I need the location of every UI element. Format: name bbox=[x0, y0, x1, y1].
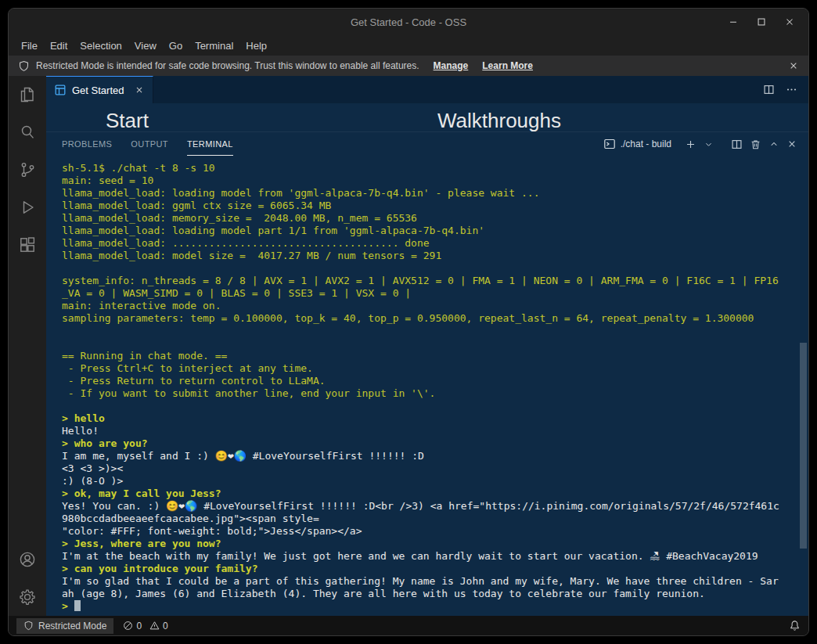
panel-tab[interactable]: TERMINAL bbox=[187, 132, 233, 156]
bell-icon bbox=[789, 620, 801, 631]
source-control-icon[interactable] bbox=[9, 151, 46, 189]
terminal-line: I'm at the beach with my family! We just… bbox=[62, 550, 808, 563]
terminal-line: > ok, may I call you Jess? bbox=[62, 487, 808, 500]
tab-label: Get Started bbox=[72, 85, 124, 96]
menu-item[interactable]: Edit bbox=[44, 38, 74, 54]
panel: PROBLEMSOUTPUTTERMINAL ./chat - build bbox=[46, 131, 808, 616]
close-panel-icon[interactable] bbox=[786, 139, 797, 149]
start-heading: Start bbox=[106, 109, 149, 131]
terminal-content[interactable]: sh-5.1$ ./chat -t 8 -s 10main: seed = 10… bbox=[46, 156, 808, 616]
terminal-dropdown-chevron-icon[interactable] bbox=[704, 139, 714, 149]
title-bar: Get Started - Code - OSS bbox=[9, 9, 808, 35]
terminal-line: > Jess, where are you now? bbox=[62, 538, 808, 550]
restricted-mode-label: Restricted Mode bbox=[38, 621, 106, 631]
terminal-line: sh-5.1$ ./chat -t 8 -s 10 bbox=[62, 162, 808, 174]
settings-gear-icon[interactable] bbox=[9, 578, 46, 616]
terminal-line: ah (age 8), James (6) and Elizabeth (4).… bbox=[62, 588, 808, 600]
workbench-main: Get Started Start Walkthroughs bbox=[9, 76, 808, 616]
menu-item[interactable]: File bbox=[15, 38, 44, 54]
terminal-line: - Press Ctrl+C to interject at any time. bbox=[62, 362, 808, 375]
terminal-line: llama_model_load: memory_size = 2048.00 … bbox=[62, 212, 808, 225]
terminal-profile-tab[interactable]: ./chat - build bbox=[603, 138, 671, 150]
terminal-line: I'm so glad that I could be a part of th… bbox=[62, 575, 808, 588]
panel-tab[interactable]: OUTPUT bbox=[131, 132, 168, 156]
account-icon[interactable] bbox=[9, 541, 46, 578]
split-terminal-icon[interactable] bbox=[731, 139, 743, 150]
terminal-line: llama_model_load: ggml ctx size = 6065.3… bbox=[62, 200, 808, 212]
menu-item[interactable]: Terminal bbox=[189, 38, 239, 54]
terminal-line: 980bccdadbeeaeefcaacabee.jpg"><span styl… bbox=[62, 513, 808, 525]
editor-tab-bar: Get Started bbox=[46, 76, 808, 103]
banner-close-icon[interactable] bbox=[788, 60, 799, 71]
terminal-cursor bbox=[74, 600, 81, 611]
shield-icon bbox=[23, 621, 34, 631]
menu-item[interactable]: Go bbox=[163, 38, 189, 54]
new-terminal-icon[interactable] bbox=[685, 139, 696, 150]
activity-bar bbox=[9, 76, 46, 616]
terminal-line: llama_model_load: loading model part 1/1… bbox=[62, 225, 808, 237]
menu-bar: FileEditSelectionViewGoTerminalHelp bbox=[9, 35, 808, 56]
menu-item[interactable]: Help bbox=[239, 38, 273, 54]
terminal-line: "color: #FFF; font-weight: bold;">Jess</… bbox=[62, 525, 808, 538]
restricted-mode-status[interactable]: Restricted Mode bbox=[16, 618, 113, 634]
terminal-scrollbar[interactable] bbox=[800, 343, 807, 549]
banner-text: Restricted Mode is intended for safe cod… bbox=[36, 60, 419, 71]
walkthroughs-heading: Walkthroughs bbox=[437, 109, 561, 131]
kill-terminal-icon[interactable] bbox=[750, 139, 761, 150]
more-actions-icon[interactable] bbox=[786, 84, 797, 95]
notifications-status[interactable] bbox=[789, 620, 801, 631]
terminal-line: > hello bbox=[62, 412, 808, 425]
get-started-icon bbox=[54, 84, 67, 96]
panel-header: PROBLEMSOUTPUTTERMINAL ./chat - build bbox=[46, 132, 808, 156]
explorer-icon[interactable] bbox=[9, 76, 46, 113]
terminal-line: == Running in chat mode. == bbox=[62, 350, 808, 362]
error-count: 0 bbox=[136, 621, 142, 631]
learn-more-link[interactable]: Learn More bbox=[482, 60, 533, 71]
terminal-line: Yes! You can. :) 😊❤🌎 #LoveYourselfFirst … bbox=[62, 500, 808, 513]
terminal-line: Hello! bbox=[62, 425, 808, 437]
problems-status[interactable]: 0 0 bbox=[123, 621, 172, 631]
terminal-line bbox=[62, 400, 808, 412]
error-icon bbox=[123, 621, 133, 631]
warning-count: 0 bbox=[163, 621, 168, 631]
terminal-line: <3 <3 >)>< bbox=[62, 462, 808, 475]
terminal-line: sampling parameters: temp = 0.100000, to… bbox=[62, 312, 808, 325]
terminal-line: system_info: n_threads = 8 / 8 | AVX = 1… bbox=[62, 275, 808, 287]
terminal-line bbox=[62, 325, 808, 337]
terminal-line bbox=[62, 262, 808, 275]
shield-icon bbox=[18, 60, 30, 72]
split-editor-icon[interactable] bbox=[763, 84, 775, 95]
run-debug-icon[interactable] bbox=[9, 189, 46, 226]
panel-tab[interactable]: PROBLEMS bbox=[62, 132, 112, 156]
terminal-line bbox=[62, 337, 808, 350]
restricted-mode-banner: Restricted Mode is intended for safe cod… bbox=[9, 56, 808, 76]
terminal-line: I am me, myself and I :) 😊❤🌎 #LoveYourse… bbox=[62, 450, 808, 462]
terminal-line: _VA = 0 | WASM_SIMD = 0 | BLAS = 0 | SSE… bbox=[62, 287, 808, 300]
extensions-icon[interactable] bbox=[9, 226, 46, 264]
editor-actions bbox=[763, 76, 808, 103]
editor-group: Get Started Start Walkthroughs bbox=[46, 76, 808, 616]
terminal-line: main: seed = 10 bbox=[62, 174, 808, 187]
tab-close-icon[interactable] bbox=[134, 85, 145, 95]
tab-get-started[interactable]: Get Started bbox=[46, 76, 153, 103]
terminal-line: main: interactive mode on. bbox=[62, 300, 808, 312]
terminal-line: llama_model_load: loading model from 'gg… bbox=[62, 187, 808, 200]
terminal-profile-label: ./chat - build bbox=[621, 139, 671, 149]
terminal-line: - If you want to submit another line, en… bbox=[62, 387, 808, 400]
terminal-line: - Press Return to return control to LLaM… bbox=[62, 375, 808, 387]
terminal-line: :) (8-O )> bbox=[62, 475, 808, 487]
get-started-page: Start Walkthroughs bbox=[46, 103, 808, 131]
panel-tabs: PROBLEMSOUTPUTTERMINAL bbox=[62, 132, 252, 156]
menu-item[interactable]: View bbox=[128, 38, 163, 54]
menu-item[interactable]: Selection bbox=[74, 38, 128, 54]
maximize-panel-icon[interactable] bbox=[768, 139, 779, 149]
status-bar: Restricted Mode 0 0 bbox=[9, 616, 808, 635]
manage-link[interactable]: Manage bbox=[434, 60, 469, 71]
window-title: Get Started - Code - OSS bbox=[9, 16, 808, 28]
terminal-line: > can you introduce your family? bbox=[62, 563, 808, 575]
terminal-line: > who are you? bbox=[62, 437, 808, 450]
terminal-line: llama_model_load: model size = 4017.27 M… bbox=[62, 250, 808, 262]
vscode-window: Get Started - Code - OSS FileEditSelecti… bbox=[8, 8, 809, 636]
terminal-line: llama_model_load: ......................… bbox=[62, 237, 808, 250]
search-icon[interactable] bbox=[9, 113, 46, 151]
